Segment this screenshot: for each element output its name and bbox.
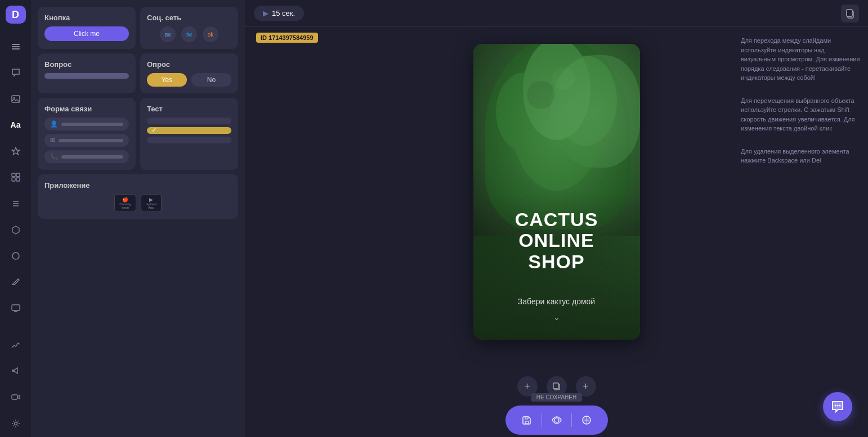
form-fields: 👤 ✉ 📞 <box>44 118 129 163</box>
icon-sidebar: D Aa <box>0 0 31 437</box>
svg-rect-5 <box>12 173 15 177</box>
hint-text-1: Для перехода между слайдами используйте … <box>741 36 860 83</box>
form-field-phone: 📞 <box>44 150 129 163</box>
svg-rect-29 <box>525 417 528 419</box>
layers-nav-icon[interactable] <box>7 38 25 55</box>
action-divider-2 <box>571 413 572 427</box>
svg-rect-13 <box>12 305 20 310</box>
test-options <box>147 118 231 143</box>
question-bar <box>44 73 129 79</box>
grid-nav-icon[interactable] <box>7 169 25 186</box>
svg-point-25 <box>562 94 587 119</box>
list-nav-icon[interactable] <box>7 196 25 212</box>
poll-yes-button[interactable]: Yes <box>147 73 187 87</box>
unsaved-badge: НЕ СОХРАНЕН <box>531 393 582 402</box>
svg-point-33 <box>837 405 839 407</box>
question-widget-title: Вопрос <box>44 60 71 69</box>
appstore-badge[interactable]: 🍎 Coming soon <box>114 194 136 212</box>
app-widget-card: Приложение 🍎 Coming soon ▶ Upload App <box>38 174 238 219</box>
button-widget-card: Кнопка Click me <box>38 7 136 49</box>
slide-arrow-down: ⌄ <box>553 313 560 322</box>
svg-point-32 <box>835 405 836 407</box>
svg-rect-2 <box>12 48 20 49</box>
top-bar: ▶ 15 сек. <box>245 0 868 27</box>
app-badges: 🍎 Coming soon ▶ Upload App <box>114 194 162 212</box>
poll-widget-card: Опрос Yes No <box>140 53 238 93</box>
save-action-button[interactable] <box>517 410 537 430</box>
svg-rect-15 <box>12 395 17 399</box>
hint-text-2: Для перемещения выбранного объекта испол… <box>741 96 860 133</box>
slide-card[interactable]: CACTUSONLINESHOP Забери кактус домой ⌄ <box>473 44 640 340</box>
tw-social-icon[interactable]: tw <box>181 26 197 42</box>
action-divider-1 <box>542 413 542 427</box>
slide-id-badge: ID 1714397584959 <box>256 33 318 43</box>
test-widget-title: Тест <box>147 105 163 113</box>
svg-point-12 <box>12 253 19 259</box>
svg-rect-18 <box>847 10 852 16</box>
test-option-2[interactable] <box>147 127 231 134</box>
googleplay-badge[interactable]: ▶ Upload App <box>141 194 162 212</box>
logo-icon[interactable]: D <box>6 6 26 24</box>
hints-panel: Для перехода между слайдами используйте … <box>733 27 868 370</box>
form-widget-title: Форма связи <box>44 105 92 113</box>
preview-action-button[interactable] <box>547 410 567 430</box>
svg-rect-28 <box>525 421 529 424</box>
chart-nav-icon[interactable] <box>7 337 25 353</box>
poll-buttons: Yes No <box>147 73 231 87</box>
hex-nav-icon[interactable] <box>7 222 25 238</box>
action-bar <box>505 406 608 435</box>
svg-point-34 <box>839 405 841 407</box>
question-widget-card: Вопрос <box>38 53 136 93</box>
field-bar-name <box>61 123 123 126</box>
svg-rect-27 <box>553 383 558 389</box>
email-field-icon: ✉ <box>50 137 55 144</box>
canvas-area: ID 1714397584959 <box>245 27 868 370</box>
click-me-button[interactable]: Click me <box>44 26 129 41</box>
form-field-email: ✉ <box>44 134 129 147</box>
circle-nav-icon[interactable] <box>7 248 25 264</box>
monitor-nav-icon[interactable] <box>7 300 25 317</box>
copy-button[interactable] <box>841 4 859 22</box>
timer-label: 15 сек. <box>272 9 295 17</box>
share-action-button[interactable] <box>576 410 597 430</box>
ok-social-icon[interactable]: ok <box>203 26 218 42</box>
font-nav-icon[interactable]: Aa <box>7 117 25 133</box>
form-field-name: 👤 <box>44 118 129 130</box>
form-widget-card: Форма связи 👤 ✉ 📞 <box>38 98 136 170</box>
test-option-3[interactable] <box>147 137 231 143</box>
chat-bubble[interactable] <box>823 392 852 421</box>
bottom-bar: НЕ СОХРАНЕН <box>245 403 868 437</box>
chat-nav-icon[interactable] <box>7 65 25 81</box>
poll-no-button[interactable]: No <box>191 73 231 87</box>
svg-point-16 <box>14 422 17 425</box>
slide-subtitle: Забери кактус домой <box>473 297 640 306</box>
poll-widget-title: Опрос <box>147 60 170 69</box>
svg-point-30 <box>554 418 559 422</box>
svg-point-4 <box>13 97 15 98</box>
svg-point-24 <box>527 81 555 109</box>
vk-social-icon[interactable]: вк <box>160 26 176 42</box>
megaphone-nav-icon[interactable] <box>7 363 25 379</box>
image-nav-icon[interactable] <box>7 91 25 107</box>
phone-field-icon: 📞 <box>50 153 58 160</box>
button-widget-title: Кнопка <box>44 13 70 22</box>
main-area: ▶ 15 сек. ID 1714397584959 <box>245 0 868 437</box>
social-widget-card: Соц. сеть вк tw ok <box>140 7 238 49</box>
svg-point-23 <box>552 67 575 89</box>
star-nav-icon[interactable] <box>7 143 25 160</box>
svg-rect-0 <box>12 44 20 45</box>
settings-nav-icon[interactable] <box>7 415 25 431</box>
hint-text-3: Для удаления выделенного элемента нажмит… <box>741 147 860 165</box>
test-option-1[interactable] <box>147 118 231 124</box>
test-widget-card: Тест <box>140 98 238 170</box>
svg-rect-7 <box>12 178 15 181</box>
slide-title: CACTUSONLINESHOP <box>473 209 640 272</box>
video-nav-icon[interactable] <box>7 389 25 406</box>
social-icons-group: вк tw ok <box>160 26 218 42</box>
svg-rect-6 <box>16 173 20 177</box>
edit-nav-icon[interactable] <box>7 274 25 291</box>
play-timer-button[interactable]: ▶ 15 сек. <box>254 6 304 21</box>
svg-rect-1 <box>12 46 20 47</box>
user-field-icon: 👤 <box>50 120 58 128</box>
play-icon: ▶ <box>263 9 269 17</box>
